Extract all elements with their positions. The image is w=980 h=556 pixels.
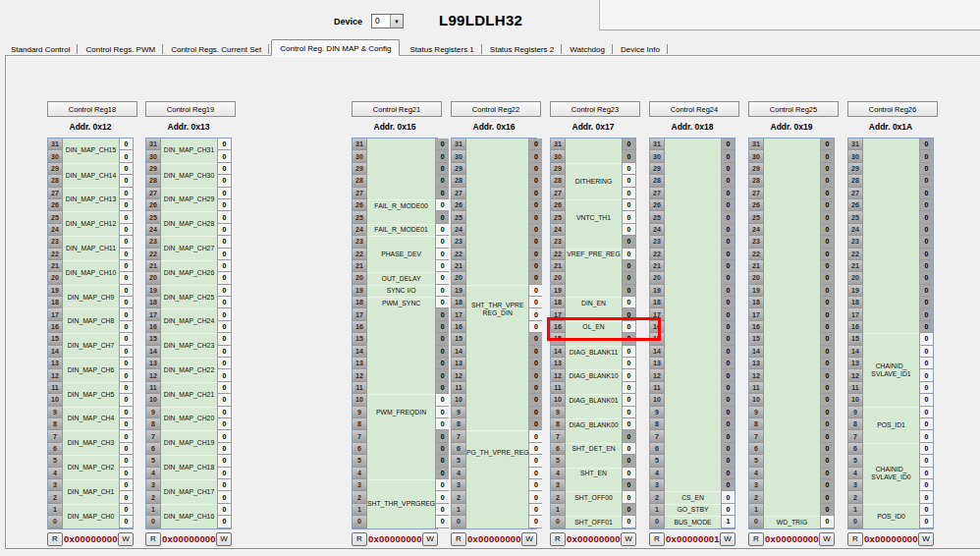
bit-value-cell[interactable]: 0 [622, 369, 635, 381]
tab-device-info[interactable]: Device Info [613, 42, 668, 56]
bit-value-cell[interactable]: 0 [721, 150, 735, 162]
bit-value-cell[interactable]: 0 [721, 468, 735, 479]
bit-value-cell[interactable]: 0 [622, 382, 635, 394]
bit-value-cell[interactable]: 0 [217, 272, 231, 284]
read-button[interactable]: R [451, 532, 466, 546]
bit-value-cell[interactable]: 0 [820, 443, 834, 455]
read-button[interactable]: R [550, 532, 566, 546]
bit-value-cell[interactable]: 0 [435, 321, 449, 333]
bit-value-cell[interactable]: 0 [528, 346, 542, 358]
bit-value-cell[interactable]: 0 [622, 249, 635, 260]
bit-value-cell[interactable]: 0 [528, 443, 542, 455]
bit-value-cell[interactable]: 0 [721, 285, 735, 297]
bit-value-cell[interactable]: 0 [435, 443, 449, 455]
bit-value-cell[interactable]: 0 [919, 346, 933, 358]
bit-value-cell[interactable]: 0 [919, 516, 933, 528]
bit-value-cell[interactable]: 0 [721, 394, 735, 406]
read-button[interactable]: R [649, 532, 665, 546]
bit-value-cell[interactable]: 0 [622, 150, 635, 162]
bit-value-cell[interactable]: 0 [919, 491, 933, 503]
bit-value-cell[interactable]: 0 [919, 369, 933, 381]
bit-value-cell[interactable]: 0 [721, 491, 735, 503]
bit-value-cell[interactable]: 0 [622, 285, 635, 297]
bit-value-cell[interactable]: 0 [622, 394, 635, 406]
bit-value-cell[interactable]: 0 [919, 308, 933, 320]
tab-standard-control[interactable]: Standard Control [3, 42, 78, 56]
bit-value-cell[interactable]: 0 [622, 224, 635, 236]
bit-value-cell[interactable]: 0 [528, 297, 542, 308]
bit-value-cell[interactable]: 0 [119, 224, 133, 236]
bit-value-cell[interactable]: 0 [435, 455, 449, 467]
bit-value-cell[interactable]: 0 [119, 321, 133, 333]
bit-value-cell[interactable]: 0 [721, 443, 735, 455]
bit-value-cell[interactable]: 0 [721, 199, 735, 211]
bit-value-cell[interactable]: 0 [721, 188, 735, 199]
bit-value-cell[interactable]: 0 [217, 211, 231, 223]
tab-status-registers-2[interactable]: Status Registers 2 [482, 42, 562, 56]
bit-value-cell[interactable]: 0 [820, 163, 834, 175]
bit-value-cell[interactable]: 0 [119, 163, 133, 175]
bit-value-cell[interactable]: 0 [119, 430, 133, 442]
bit-value-cell[interactable]: 0 [721, 455, 735, 467]
bit-value-cell[interactable]: 0 [217, 468, 231, 479]
bit-value-cell[interactable]: 0 [622, 199, 635, 211]
bit-value-cell[interactable]: 0 [820, 382, 834, 394]
bit-value-cell[interactable]: 0 [528, 479, 542, 491]
bit-value-cell[interactable]: 0 [435, 504, 449, 516]
bit-value-cell[interactable]: 0 [622, 163, 635, 175]
bit-value-cell[interactable]: 0 [721, 479, 735, 491]
bit-value-cell[interactable]: 0 [528, 175, 542, 187]
bit-value-cell[interactable]: 0 [622, 308, 635, 320]
bit-value-cell[interactable]: 0 [435, 224, 449, 236]
bit-value-cell[interactable]: 0 [528, 382, 542, 394]
bit-value-cell[interactable]: 0 [119, 333, 133, 345]
bit-value-cell[interactable]: 0 [820, 249, 834, 260]
bit-value-cell[interactable]: 0 [435, 346, 449, 358]
bit-value-cell[interactable]: 0 [622, 491, 635, 503]
bit-value-cell[interactable]: 0 [919, 150, 933, 162]
bit-value-cell[interactable]: 0 [435, 297, 449, 308]
bit-value-cell[interactable]: 0 [820, 211, 834, 223]
bit-value-cell[interactable]: 0 [721, 418, 735, 430]
bit-value-cell[interactable]: 0 [721, 249, 735, 260]
bit-value-cell[interactable]: 0 [622, 504, 635, 516]
read-button[interactable]: R [47, 532, 63, 546]
bit-value-cell[interactable]: 0 [721, 297, 735, 308]
bit-value-cell[interactable]: 0 [820, 358, 834, 369]
bit-value-cell[interactable]: 0 [622, 418, 635, 430]
bit-value-cell[interactable]: 0 [119, 139, 133, 150]
bit-value-cell[interactable]: 0 [622, 443, 635, 455]
bit-value-cell[interactable]: 0 [119, 491, 133, 503]
bit-value-cell[interactable]: 0 [217, 150, 231, 162]
bit-value-cell[interactable]: 0 [919, 224, 933, 236]
bit-value-cell[interactable]: 0 [721, 321, 735, 333]
bit-value-cell[interactable]: 0 [435, 199, 449, 211]
bit-value-cell[interactable]: 0 [820, 139, 834, 150]
bit-value-cell[interactable]: 0 [820, 369, 834, 381]
bit-value-cell[interactable]: 0 [217, 175, 231, 187]
bit-value-cell[interactable]: 0 [435, 163, 449, 175]
bit-value-cell[interactable]: 0 [528, 285, 542, 297]
bit-value-cell[interactable]: 0 [919, 382, 933, 394]
bit-value-cell[interactable]: 0 [721, 358, 735, 369]
bit-value-cell[interactable]: 0 [820, 236, 834, 248]
bit-value-cell[interactable]: 0 [435, 407, 449, 418]
bit-value-cell[interactable]: 0 [217, 491, 231, 503]
register-header-button[interactable]: Control Reg21 [352, 101, 442, 117]
bit-value-cell[interactable]: 0 [622, 236, 635, 248]
bit-value-cell[interactable]: 0 [919, 272, 933, 284]
write-button[interactable]: W [521, 532, 537, 546]
bit-value-cell[interactable]: 0 [119, 358, 133, 369]
bit-value-cell[interactable]: 0 [820, 418, 834, 430]
bit-value-cell[interactable]: 0 [119, 211, 133, 223]
bit-value-cell[interactable]: 0 [528, 333, 542, 345]
bit-value-cell[interactable]: 0 [919, 407, 933, 418]
bit-value-cell[interactable]: 0 [528, 236, 542, 248]
bit-value-cell[interactable]: 0 [435, 491, 449, 503]
bit-value-cell[interactable]: 0 [119, 407, 133, 418]
bit-value-cell[interactable]: 0 [721, 369, 735, 381]
bit-value-cell[interactable]: 0 [119, 479, 133, 491]
bit-value-cell[interactable]: 0 [820, 430, 834, 442]
bit-value-cell[interactable]: 0 [820, 468, 834, 479]
bit-value-cell[interactable]: 0 [820, 285, 834, 297]
